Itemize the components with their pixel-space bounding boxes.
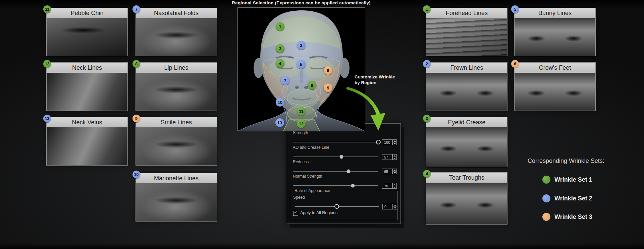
frown-lines-photo bbox=[426, 73, 507, 111]
region-number-badge: 8 bbox=[132, 60, 140, 68]
apply-all-regions-checkbox[interactable] bbox=[293, 211, 298, 216]
speed-value-input[interactable] bbox=[382, 204, 393, 209]
thumb-label: Smile Lines bbox=[136, 117, 217, 127]
redness-value-input[interactable] bbox=[382, 169, 392, 174]
thumb-label: Frown Lines bbox=[426, 63, 507, 73]
thumb-label: Lip Lines bbox=[136, 63, 217, 73]
speed-label: Speed bbox=[293, 195, 305, 200]
redness-spinner[interactable] bbox=[392, 169, 397, 174]
lip-lines-photo bbox=[136, 73, 217, 111]
redness-slider[interactable] bbox=[293, 169, 378, 174]
ao-crease-slider[interactable] bbox=[293, 154, 378, 159]
face-region-4[interactable]: 4 bbox=[276, 59, 284, 68]
normal-strength-slider[interactable] bbox=[293, 183, 378, 188]
wrinkle-settings-panel: Strength AO and Crease Line Redness bbox=[287, 123, 401, 224]
thumb-label: Eyelid Crease bbox=[426, 117, 507, 127]
spinner-down-icon[interactable] bbox=[393, 142, 396, 145]
thumb-label: Bunny Lines bbox=[515, 8, 595, 18]
spinner-down-icon[interactable] bbox=[393, 157, 396, 160]
spinner-up-icon[interactable] bbox=[393, 204, 397, 207]
thumb-pebble-chin[interactable]: 11 Pebble Chin bbox=[46, 8, 128, 56]
normal-strength-value-input[interactable] bbox=[382, 183, 392, 189]
green-arrow-icon bbox=[345, 86, 386, 131]
forehead-lines-photo bbox=[426, 18, 507, 56]
face-region-11[interactable]: 11 bbox=[297, 107, 306, 116]
face-region-5[interactable]: 5 bbox=[297, 60, 306, 69]
region-number-badge: 10 bbox=[132, 171, 140, 178]
thumb-nasolabial-folds[interactable]: 7 Nasolabial Folds bbox=[136, 8, 217, 56]
wrinkle-set-1-dot bbox=[542, 176, 550, 184]
slider-track[interactable] bbox=[293, 142, 378, 142]
region-number-badge: 4 bbox=[423, 170, 431, 178]
region-number-badge: 9 bbox=[132, 115, 140, 122]
wrinkle-set-2-label: Wrinkle Set 2 bbox=[554, 195, 592, 202]
bunny-lines-photo bbox=[515, 18, 595, 56]
slider-handle[interactable] bbox=[351, 184, 355, 188]
customize-wrinkle-callout: Customize Wrinkle by Region bbox=[355, 74, 395, 85]
page-title: Regional Selection (Expressions can be a… bbox=[224, 0, 378, 5]
apply-all-regions-label: Apply to All Regions bbox=[300, 210, 337, 215]
redness-label: Redness bbox=[293, 160, 309, 164]
region-number-badge: 12 bbox=[43, 60, 51, 68]
spinner-down-icon[interactable] bbox=[393, 186, 396, 188]
thumb-crows-feet[interactable]: 6 Crow's Feet bbox=[514, 62, 596, 111]
slider-handle[interactable] bbox=[346, 170, 350, 173]
slider-track[interactable] bbox=[293, 171, 378, 172]
strength-spinner[interactable] bbox=[392, 139, 397, 145]
thumb-bunny-lines[interactable]: 5 Bunny Lines bbox=[514, 8, 596, 56]
face-region-7[interactable]: 7 bbox=[281, 76, 289, 85]
region-number-badge: 1 bbox=[423, 5, 431, 13]
normal-strength-spinner[interactable] bbox=[392, 183, 397, 189]
thumb-smile-lines[interactable]: 9 Smile Lines bbox=[136, 117, 217, 166]
strength-slider[interactable] bbox=[293, 140, 378, 144]
wrinkle-sets-legend-title: Corresponding Wrinkle Sets: bbox=[528, 158, 604, 165]
speed-spinner[interactable] bbox=[393, 204, 397, 209]
speed-slider[interactable] bbox=[295, 204, 379, 209]
face-region-12[interactable]: 12 bbox=[297, 119, 306, 128]
face-region-10[interactable]: 10 bbox=[276, 98, 284, 107]
callout-line1: Customize Wrinkle bbox=[355, 74, 395, 80]
spinner-down-icon[interactable] bbox=[393, 207, 397, 209]
face-region-8[interactable]: 8 bbox=[308, 81, 316, 89]
rate-of-appearance-legend: Rate of Appearance bbox=[293, 188, 332, 193]
thumb-label: Forehead Lines bbox=[426, 8, 507, 18]
spinner-up-icon[interactable] bbox=[393, 140, 396, 142]
ao-crease-value-input[interactable] bbox=[382, 154, 392, 160]
spinner-up-icon[interactable] bbox=[393, 154, 396, 157]
callout-line2: by Region bbox=[355, 80, 395, 85]
thumb-marionette-lines[interactable]: 10 Marionette Lines bbox=[136, 173, 217, 222]
slider-handle[interactable] bbox=[334, 204, 339, 209]
slider-handle[interactable] bbox=[340, 155, 343, 159]
region-number-badge: 13 bbox=[43, 115, 51, 122]
wrinkle-set-2-dot bbox=[542, 194, 550, 202]
thumb-label: Tear Troughs bbox=[426, 173, 507, 183]
region-number-badge: 6 bbox=[511, 60, 519, 68]
thumb-frown-lines[interactable]: 2 Frown Lines bbox=[426, 62, 507, 111]
thumb-label: Neck Veins bbox=[47, 117, 127, 127]
thumb-tear-troughs[interactable]: 4 Tear Troughs bbox=[426, 172, 507, 225]
spinner-up-icon[interactable] bbox=[393, 183, 396, 186]
face-region-6[interactable]: 6 bbox=[324, 66, 332, 75]
strength-value-input[interactable] bbox=[382, 139, 392, 145]
face-region-1[interactable]: 1 bbox=[276, 22, 284, 31]
face-region-2[interactable]: 2 bbox=[297, 41, 306, 50]
thumb-neck-veins[interactable]: 13 Neck Veins bbox=[46, 117, 128, 166]
thumb-label: Neck Lines bbox=[47, 63, 127, 73]
face-region-13[interactable]: 13 bbox=[275, 118, 284, 127]
slider-handle[interactable] bbox=[376, 140, 381, 144]
nasolabial-folds-photo bbox=[136, 18, 217, 56]
pebble-chin-photo bbox=[47, 18, 127, 56]
thumb-neck-lines[interactable]: 12 Neck Lines bbox=[46, 62, 128, 111]
ao-crease-spinner[interactable] bbox=[392, 154, 397, 160]
spinner-down-icon[interactable] bbox=[393, 172, 396, 174]
thumb-eyelid-crease[interactable]: 3 Eyelid Crease bbox=[426, 117, 507, 167]
slider-track[interactable] bbox=[293, 185, 378, 186]
thumb-forehead-lines[interactable]: 1 Forehead Lines bbox=[426, 8, 507, 56]
face-region-9[interactable]: 9 bbox=[324, 83, 332, 92]
face-region-3[interactable]: 3 bbox=[276, 44, 284, 53]
thumb-lip-lines[interactable]: 8 Lip Lines bbox=[136, 62, 217, 111]
thumb-label: Crow's Feet bbox=[515, 63, 595, 73]
region-number-badge: 3 bbox=[423, 115, 431, 122]
spinner-up-icon[interactable] bbox=[393, 169, 396, 172]
slider-track[interactable] bbox=[293, 157, 378, 157]
